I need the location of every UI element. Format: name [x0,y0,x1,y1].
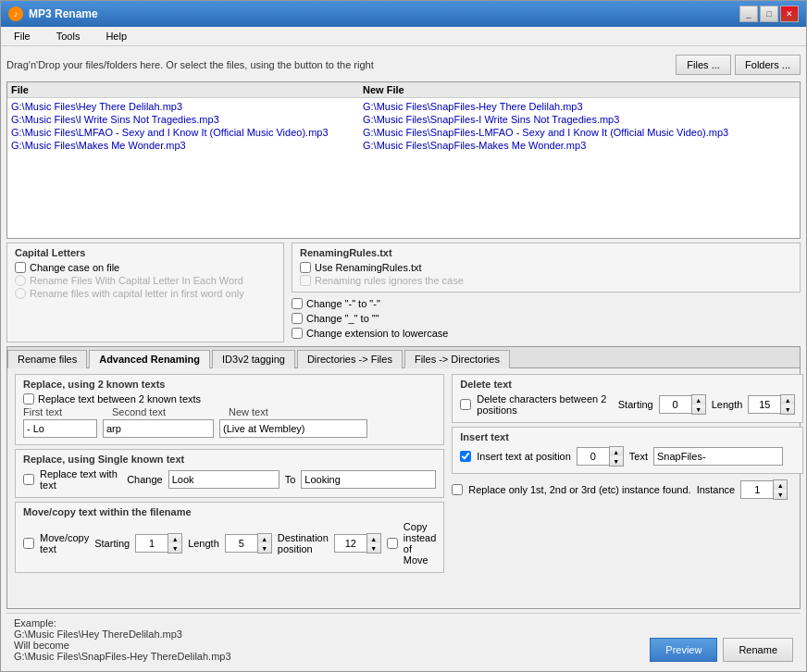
insert-pos-spinner-btns: ▲ ▼ [609,446,624,467]
newfile-col-4: G:\Music Files\SnapFiles-Makes Me Wonder… [363,140,796,151]
file-col-1: G:\Music Files\Hey There Delilah.mp3 [11,101,363,112]
insert-pos-up[interactable]: ▲ [610,447,623,456]
rename-first-word-row: Rename files with capital letter in firs… [15,288,276,299]
preview-button[interactable]: Preview [650,638,717,662]
length-input-dt[interactable] [748,395,780,414]
folders-button[interactable]: Folders ... [735,55,801,75]
starting-label-mc: Starting [94,538,130,549]
example-box: Example: G:\Music Files\Hey ThereDelilah… [14,617,642,662]
length-input-mc[interactable] [225,534,257,553]
insert-text-input[interactable] [653,447,783,466]
tab-advanced-renaming[interactable]: Advanced Renaming [89,350,210,368]
move-copy-label: Move/copy text [40,532,89,554]
delete-chars-label: Delete characters between 2 positions [477,393,612,416]
second-text-input[interactable] [103,419,214,438]
renaming-rules-box: RenamingRules.txt Use RenamingRules.txt … [292,243,801,292]
length-up-dt[interactable]: ▲ [781,395,794,404]
replace-instance-checkbox[interactable] [452,484,463,495]
change-case-row: Change case on file [15,262,276,273]
replace-2known-checkbox[interactable] [23,393,34,404]
newfile-col-header: New File [363,84,796,95]
dest-up[interactable]: ▲ [367,534,380,543]
rename-each-word-radio[interactable] [15,275,26,286]
change-underscore-row: Change "_" to "" [292,313,801,324]
insert-text-box: Insert text Insert text at position ▲ ▼ [452,427,803,474]
toolbar-row: Drag'n'Drop your files/folders here. Or … [6,52,801,78]
rename-each-word-label: Rename Files With Capital Letter In Each… [30,275,243,286]
replace-single-checkbox[interactable] [23,474,34,485]
length-label-mc: Length [188,538,219,549]
starting-input-mc[interactable] [135,534,168,553]
tab-rename-files[interactable]: Rename files [7,350,87,368]
change-dash-checkbox[interactable] [292,298,303,309]
instance-spinner-btns: ▲ ▼ [773,479,788,500]
menu-tools[interactable]: Tools [51,29,86,44]
menu-file[interactable]: File [8,29,36,44]
to-input[interactable] [301,470,436,489]
starting-down-mc[interactable]: ▼ [168,543,181,553]
file-list-header: File New File [7,82,800,98]
maximize-button[interactable]: □ [760,6,778,22]
starting-up-dt[interactable]: ▲ [692,395,705,404]
file-list: File New File G:\Music Files\Hey There D… [6,81,801,239]
tab-id3v2-tagging[interactable]: ID3v2 tagging [212,350,295,368]
insert-pos-down[interactable]: ▼ [610,456,623,466]
replace-single-title: Replace, using Single known text [23,454,436,465]
starting-spinner-dt: ▲ ▼ [659,394,706,415]
menu-help[interactable]: Help [100,29,132,44]
insert-at-pos-checkbox[interactable] [460,451,471,462]
table-row: G:\Music Files\LMFAO - Sexy and I Know I… [11,126,796,139]
starting-up-mc[interactable]: ▲ [168,534,181,543]
change-label: Change [127,474,163,485]
starting-down-dt[interactable]: ▼ [692,404,705,414]
drag-drop-label: Drag'n'Drop your files/folders here. Or … [6,59,672,70]
change-case-checkbox[interactable] [15,262,26,273]
new-text-input[interactable] [219,419,367,438]
ignores-case-checkbox[interactable] [300,275,311,286]
menu-bar: File Tools Help [1,27,806,46]
move-copy-title: Move/copy text within the filename [23,506,436,517]
tab-files-to-directories[interactable]: Files -> Directories [404,350,510,368]
length-up-mc[interactable]: ▲ [258,534,271,543]
rename-first-word-radio[interactable] [15,288,26,299]
files-button[interactable]: Files ... [676,55,731,75]
window-title: MP3 Rename [29,7,98,20]
length-spinner-btns-mc: ▲ ▼ [257,533,272,554]
app-icon: ♪ [8,6,23,21]
change-input[interactable] [168,470,279,489]
insert-pos-input[interactable] [577,447,609,466]
file-col-3: G:\Music Files\LMFAO - Sexy and I Know I… [11,127,363,138]
change-extension-label: Change extension to lowercase [306,328,448,339]
dest-label: Destination position [278,532,329,554]
dest-down[interactable]: ▼ [367,543,380,553]
bottom-area: Example: G:\Music Files\Hey ThereDelilah… [6,613,801,666]
length-down-dt[interactable]: ▼ [781,404,794,414]
delete-chars-checkbox[interactable] [460,399,471,410]
file-col-header: File [11,84,363,95]
close-button[interactable]: ✕ [780,6,799,22]
replace-2known-check-row: Replace text between 2 known texts [23,393,436,404]
rename-button[interactable]: Rename [723,638,793,662]
change-underscore-checkbox[interactable] [292,313,303,324]
delete-text-box: Delete text Delete characters between 2 … [452,374,803,423]
dest-input[interactable] [334,534,366,553]
right-column: Delete text Delete characters between 2 … [452,374,803,573]
instance-input[interactable] [740,480,773,499]
instance-up[interactable]: ▲ [774,480,787,490]
instance-down[interactable]: ▼ [774,490,787,499]
move-copy-checkbox[interactable] [23,538,34,549]
main-content: Drag'n'Drop your files/folders here. Or … [1,46,806,671]
replace-2known-title: Replace, using 2 known texts [23,379,436,390]
ignores-case-label: Renaming rules ignores the case [315,275,464,286]
use-renaming-rules-checkbox[interactable] [300,262,311,273]
first-text-input[interactable] [23,419,97,438]
copy-instead-checkbox[interactable] [387,538,398,549]
change-extension-checkbox[interactable] [292,328,303,339]
replace-2known-values-row [23,419,436,438]
starting-input-dt[interactable] [659,395,691,414]
minimize-button[interactable]: _ [739,6,758,22]
rename-first-word-label: Rename files with capital letter in firs… [30,288,244,299]
replace-instance-row: Replace only 1st, 2nd or 3rd (etc) insta… [452,479,803,500]
tab-directories-to-files[interactable]: Directories -> Files [297,350,403,368]
length-down-mc[interactable]: ▼ [258,543,271,553]
